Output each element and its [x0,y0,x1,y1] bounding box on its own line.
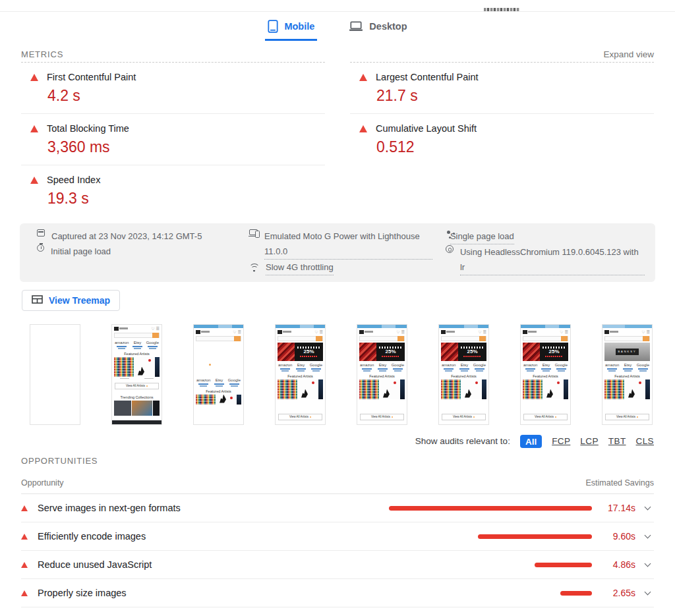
view-treemap-button[interactable]: View Treemap [22,290,120,311]
chromium-icon [446,245,454,253]
thumb-art-banksy-girl [216,395,236,405]
thumb-logo-name: amazon [360,363,374,367]
thumb-header-icon: ☰ [238,330,241,334]
thumb-header-icon: ♡ [641,330,645,334]
thumb-logo-name: Google [310,363,322,367]
thumb-art-banksy-girl [625,379,645,399]
audit-filter-lcp[interactable]: LCP [580,436,598,446]
thumb-site-logo [604,330,609,334]
thumb-girl-silhouette [383,389,390,398]
thumb-header-icons: ♡☰ [233,330,241,334]
thumb-link-bar [556,368,566,370]
capture-item[interactable]: Using HeadlessChromium 119.0.6045.123 wi… [446,244,645,275]
capture-item-text[interactable]: Slow 4G throttling [266,260,334,275]
thumb-logo-name: Etsy [297,363,305,367]
opportunity-label: Efficiently encode images [38,531,146,542]
opportunity-row[interactable]: Serve images in next-gen formats17.14s [21,494,654,522]
thumb-art-grid [604,379,624,399]
audit-filter-tbt[interactable]: TBT [608,436,626,446]
thumb-logo-name: Google [473,363,486,367]
capture-item-text[interactable]: Using HeadlessChromium 119.0.6045.123 wi… [460,244,645,275]
thumb-header-icons: ♡☰ [151,327,160,331]
metric-card: Speed Index19.3 s [21,165,325,216]
metric-name: First Contentful Paint [47,72,136,82]
thumb-view-all-button: View All Artists [115,383,159,389]
metric-value: 3,360 ms [47,138,325,156]
thumb-site-logo [441,330,446,334]
opportunity-row[interactable]: Reduce unused JavaScript4.86s [21,551,654,579]
calendar-icon [37,229,45,237]
treemap-icon [32,295,43,306]
thumb-header-icons: ♡☰ [560,330,568,334]
thumb-art-sliver [564,379,568,399]
thumb-link-bar [475,368,484,370]
expand-view-button[interactable]: Expand view [603,49,654,59]
audit-filter-fcp[interactable]: FCP [552,436,570,446]
thumb-logo-name: amazon [523,363,537,367]
thumb-view-all-button: View All Artists [523,414,568,420]
metric-name: Speed Index [47,175,100,185]
thumb-site-logo [359,330,364,334]
thumb-logo: amazon [196,378,210,387]
chevron-down-icon[interactable] [645,504,651,511]
chevron-down-icon[interactable] [645,589,651,596]
opportunity-label: Properly size images [38,588,127,598]
thumb-search-bar [441,336,486,341]
capture-item-text: Initial page load [51,244,111,259]
thumb-search-bar [359,336,405,341]
savings-bar [535,563,592,567]
audit-filter-all[interactable]: All [520,435,542,448]
capture-item: Captured at 23 Nov 2023, 14:12 GMT-5 [37,229,236,244]
filmstrip-thumbnail: ♡☰amazonEtsyGoogleFeatured Artists [193,324,244,425]
opportunity-row[interactable]: Properly size images2.65s [21,579,654,607]
tab-mobile[interactable]: Mobile [265,20,317,41]
metric-name: Cumulative Layout Shift [376,123,477,134]
capture-item[interactable]: Slow 4G throttling [249,260,432,275]
thumb-view-all-button: View All Artists [278,414,322,420]
thumb-art-grid [359,379,379,399]
estimated-savings-value: 9.60s [595,531,635,542]
thumb-logo-name: Google [392,363,404,367]
chevron-down-icon[interactable] [645,532,651,539]
metric-card: Cumulative Layout Shift0.512 [350,113,654,165]
metric-name-row: First Contentful Paint [30,72,325,82]
thumb-trend-img [153,401,160,416]
thumb-art-labels [112,378,161,379]
thumb-artwork-row [439,379,488,399]
thumb-header-icons: ♡☰ [478,330,486,334]
pagespeed-report: Mobile Desktop METRICS Expand view First… [0,0,675,616]
thumb-link-bar [214,383,224,385]
thumb-logo: amazon [360,363,374,372]
thumb-sale-strip [463,356,481,357]
thumb-art-sliver [237,395,241,405]
thumb-link-bar [638,368,648,370]
thumb-featured-heading: Featured Artists [602,374,652,378]
tab-desktop[interactable]: Desktop [346,20,409,41]
thumb-link-bar [281,370,289,372]
thumb-header: ♡☰ [357,328,407,335]
chevron-down-icon[interactable] [645,561,651,567]
thumb-link-bar [558,370,565,372]
thumb-art-banksy-girl [380,379,399,399]
audit-filter-cls[interactable]: CLS [636,436,654,446]
thumb-link-bar [134,348,141,349]
thumb-logo-name: Etsy [624,363,632,367]
capture-item[interactable]: Single page load [446,229,645,244]
capture-item[interactable]: Emulated Moto G Power with Lighthouse 11… [249,229,432,260]
opportunity-row[interactable]: Efficiently encode images9.60s [21,522,654,551]
capture-item-text[interactable]: Emulated Moto G Power with Lighthouse 11… [264,229,432,260]
capture-item-text[interactable]: Single page load [450,229,514,244]
thumb-header-icons: ♡☰ [314,330,323,334]
thumb-sale-text: 25% [376,343,405,361]
thumb-header: ♡☰ [276,328,325,335]
thumb-girl-silhouette [546,389,553,398]
metric-name-row: Cumulative Layout Shift [359,123,654,134]
metric-name-row: Speed Index [30,175,325,185]
thumb-featured-heading: Featured Artists [439,374,488,378]
filmstrip-thumbnail: ♡☰25%amazonEtsyGoogleFeatured ArtistsVie… [438,324,489,425]
opportunity-row[interactable]: Eliminate render-blocking resources2.58s [21,607,654,616]
thumb-logo-name: Etsy [461,363,469,367]
thumb-logo: Google [228,378,241,387]
thumb-logo: Etsy [378,363,388,372]
thumb-search-bar [604,336,650,341]
